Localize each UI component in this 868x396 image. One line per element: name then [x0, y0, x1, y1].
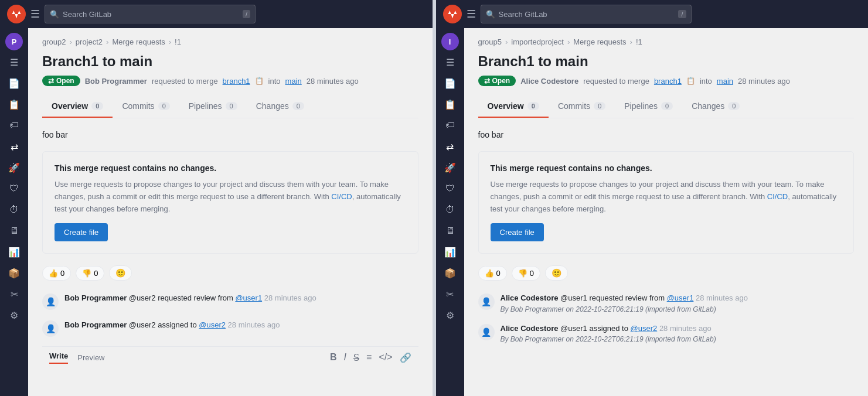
status-row-right: ⇄ Open Alice Codestore requested to merg… [478, 76, 855, 86]
tab-pipelines-right[interactable]: Pipelines 0 [615, 95, 682, 118]
sidebar-icon-shield-left[interactable]: 🛡 [5, 179, 23, 198]
editor-tab-write-left[interactable]: Write [49, 351, 68, 364]
search-bar-left[interactable]: 🔍 / [45, 5, 256, 23]
breadcrumb-project-right[interactable]: importedproject [511, 37, 564, 46]
info-box-title-right: This merge request contains no changes. [491, 163, 842, 173]
sidebar-icon-tag-right[interactable]: 🏷 [441, 116, 459, 135]
status-badge-right: ⇄ Open [478, 76, 516, 86]
source-branch-left[interactable]: branch1 [223, 77, 250, 86]
ci-cd-link-left[interactable]: CI/CD [331, 192, 352, 201]
sidebar-icon-rocket-left[interactable]: 🚀 [5, 158, 23, 177]
activity-text-right-0: Alice Codestore @user1 requested review … [501, 292, 748, 304]
sidebar-icon-chart-right[interactable]: 📊 [441, 243, 459, 261]
gitlab-logo-right[interactable] [443, 5, 462, 23]
sidebar-right: I ☰ 📄 📋 🏷 ⇄ 🚀 🛡 ⏱ 🖥 📊 📦 ✂ ⚙ [436, 28, 464, 396]
editor-italic-icon-left[interactable]: I [344, 352, 346, 363]
hamburger-icon-right[interactable]: ☰ [467, 8, 476, 21]
thumbs-down-btn-right[interactable]: 👎 0 [512, 266, 540, 281]
target-branch-right[interactable]: main [717, 77, 733, 86]
sidebar-icon-menu-right[interactable]: ☰ [441, 53, 459, 71]
search-slash-right: / [678, 10, 686, 18]
editor-strike-icon-left[interactable]: S̶ [353, 352, 359, 363]
user-avatar-right[interactable]: I [441, 33, 459, 50]
sidebar-icon-mr-left[interactable]: ⇄ [5, 137, 23, 156]
editor-tab-preview-left[interactable]: Preview [77, 353, 104, 362]
sidebar-icon-scissors-right[interactable]: ✂ [441, 285, 459, 303]
tab-changes-left[interactable]: Changes 0 [247, 95, 314, 118]
activity-item-left-0: 👤 Bob Programmer @user2 requested review… [42, 292, 418, 310]
hamburger-icon-left[interactable]: ☰ [30, 8, 40, 21]
copy-icon-left[interactable]: 📋 [255, 77, 264, 85]
tab-changes-right[interactable]: Changes 0 [682, 95, 749, 118]
sidebar-icon-tag-left[interactable]: 🏷 [5, 116, 23, 135]
create-file-btn-left[interactable]: Create file [55, 223, 108, 241]
breadcrumb-project-left[interactable]: project2 [76, 37, 103, 46]
sidebar-icon-list-right[interactable]: 📋 [441, 95, 459, 114]
editor-bold-icon-left[interactable]: B [330, 352, 337, 363]
activity-text-left-1: Bob Programmer @user2 assigned to @user2… [64, 319, 280, 331]
emoji-btn-left[interactable]: 🙂 [109, 265, 132, 281]
copy-icon-right[interactable]: 📋 [686, 77, 695, 85]
sidebar-icon-mr-right[interactable]: ⇄ [441, 137, 459, 156]
thumbs-up-btn-right[interactable]: 👍 0 [478, 266, 507, 281]
sidebar-icon-monitor-left[interactable]: 🖥 [5, 221, 23, 240]
thumbs-up-btn-left[interactable]: 👍 0 [42, 266, 71, 281]
search-input-left[interactable] [63, 10, 239, 19]
tab-pipelines-left[interactable]: Pipelines 0 [179, 95, 247, 118]
description-left: foo bar [42, 130, 418, 139]
sidebar-icon-timer-left[interactable]: ⏱ [5, 200, 23, 219]
sidebar-icon-timer-right[interactable]: ⏱ [441, 200, 459, 219]
page-title-left: Branch1 to main [42, 53, 418, 70]
search-slash-left: / [243, 10, 250, 18]
sidebar-icon-page-left[interactable]: 📄 [5, 74, 23, 93]
info-box-text-right: Use merge requests to propose changes to… [491, 179, 842, 215]
tab-commits-right[interactable]: Commits 0 [549, 95, 615, 118]
sidebar-icon-shield-right[interactable]: 🛡 [441, 179, 459, 198]
status-row-left: ⇄ Open Bob Programmer requested to merge… [42, 76, 418, 86]
activity-sub-right-0: By Bob Programmer on 2022-10-22T06:21:19… [501, 305, 748, 313]
breadcrumb-mr-right[interactable]: Merge requests [573, 37, 626, 46]
tab-commits-left[interactable]: Commits 0 [113, 95, 179, 118]
activity-target-link-right-1[interactable]: @user2 [631, 324, 658, 333]
activity-avatar-left-0: 👤 [42, 293, 59, 310]
activity-item-right-1: 👤 Alice Codestore @user1 assigned to @us… [478, 323, 855, 344]
sidebar-icon-gear-left[interactable]: ⚙ [5, 306, 23, 325]
breadcrumb-group-right[interactable]: group5 [478, 37, 502, 46]
sidebar-icon-menu-left[interactable]: ☰ [5, 53, 23, 71]
search-bar-right[interactable]: 🔍 / [481, 5, 692, 23]
source-branch-right[interactable]: branch1 [654, 77, 682, 86]
ci-cd-link-right[interactable]: CI/CD [767, 192, 788, 201]
activity-item-left-1: 👤 Bob Programmer @user2 assigned to @use… [42, 319, 418, 337]
sidebar-icon-scissors-left[interactable]: ✂ [5, 285, 23, 303]
sidebar-icon-rocket-right[interactable]: 🚀 [441, 158, 459, 177]
actor-name-right: Alice Codestore [520, 77, 578, 86]
editor-link-icon-left[interactable]: 🔗 [400, 352, 411, 363]
target-branch-left[interactable]: main [285, 77, 302, 86]
sidebar-icon-chart-left[interactable]: 📊 [5, 243, 23, 261]
sidebar-icon-package-left[interactable]: 📦 [5, 264, 23, 282]
sidebar-icon-page-right[interactable]: 📄 [441, 74, 459, 93]
create-file-btn-right[interactable]: Create file [491, 223, 544, 241]
user-avatar-left[interactable]: P [5, 33, 23, 50]
breadcrumb-group-left[interactable]: group2 [42, 37, 66, 46]
tabs-left: Overview 0 Commits 0 Pipelines 0 Changes… [42, 95, 418, 118]
editor-code-icon-left[interactable]: </> [379, 352, 392, 363]
breadcrumb-mr-left[interactable]: Merge requests [112, 37, 165, 46]
activity-target-link-left-0[interactable]: @user1 [235, 293, 262, 302]
tab-overview-right[interactable]: Overview 0 [478, 95, 549, 118]
gitlab-logo-left[interactable] [7, 5, 26, 23]
sidebar-icon-package-right[interactable]: 📦 [441, 264, 459, 282]
reactions-right: 👍 0 👎 0 🙂 [478, 265, 855, 281]
search-input-right[interactable] [499, 10, 675, 19]
sidebar-icon-gear-right[interactable]: ⚙ [441, 306, 459, 325]
editor-list-icon-left[interactable]: ≡ [366, 352, 372, 363]
info-box-text-left: Use merge requests to propose changes to… [55, 179, 406, 215]
sidebar-icon-list-left[interactable]: 📋 [5, 95, 23, 114]
activity-target-link-right-0[interactable]: @user1 [667, 293, 694, 302]
thumbs-down-btn-left[interactable]: 👎 0 [76, 266, 104, 281]
emoji-btn-right[interactable]: 🙂 [545, 265, 568, 281]
tab-overview-left[interactable]: Overview 0 [42, 95, 113, 118]
breadcrumb-id-left: !1 [175, 37, 181, 46]
sidebar-icon-monitor-right[interactable]: 🖥 [441, 221, 459, 240]
activity-target-link-left-1[interactable]: @user2 [199, 320, 226, 329]
